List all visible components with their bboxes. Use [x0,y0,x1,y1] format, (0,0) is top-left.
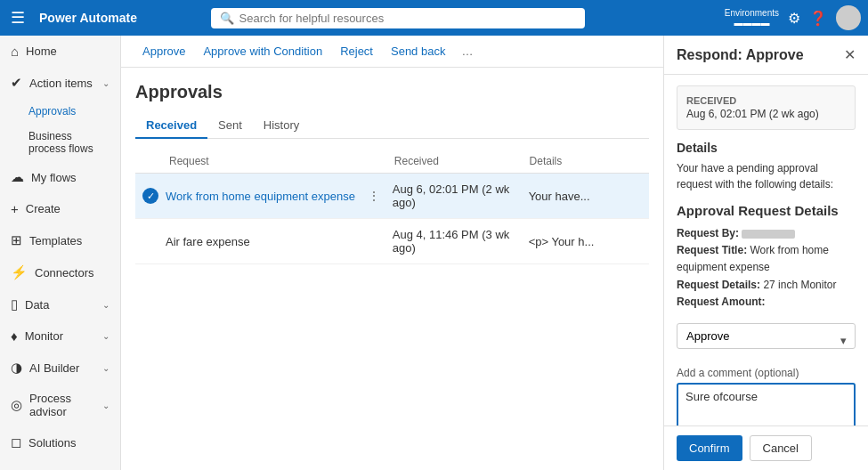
sidebar-item-business-process-flows[interactable]: Business process flows [0,124,120,161]
comment-section: Add a comment (optional) Sure ofcourse [677,367,856,425]
action-items-icon: ✔ [11,75,22,91]
sidebar-label-action-items: Action items [29,77,93,90]
tab-history[interactable]: History [253,113,310,139]
more-options-icon[interactable]: … [456,41,478,61]
request-details-label: Request Details: [677,279,760,291]
sidebar-item-action-items[interactable]: ✔ Action items ⌄ [0,67,120,99]
connectors-icon: ⚡ [11,264,28,280]
sidebar-label-process-advisor: Process advisor [29,392,95,418]
settings-icon[interactable]: ⚙ [788,10,800,27]
table-header: Request Received Details [135,150,649,174]
response-dropdown-wrapper: Approve Reject Approve with Condition [677,323,856,358]
approve-button[interactable]: Approve [135,41,192,61]
user-avatar[interactable] [836,5,861,30]
sidebar-item-my-flows[interactable]: ☁ My flows [0,161,120,193]
approval-request-title: Approval Request Details [677,203,856,218]
chevron-icon: ⌄ [102,78,110,88]
main-layout: ⌂ Home ✔ Action items ⌄ Approvals Busine… [0,36,868,470]
tabs-bar: Received Sent History [135,113,649,139]
row-request-title: Work from home equipment expense ⋮ [166,189,393,203]
search-input[interactable] [239,12,576,25]
top-navigation: ☰ Power Automate 🔍 Environments ▬▬▬▬ ⚙ ❓ [0,0,868,36]
sidebar-item-home[interactable]: ⌂ Home [0,36,120,67]
response-dropdown[interactable]: Approve Reject Approve with Condition [677,323,856,349]
approve-with-condition-button[interactable]: Approve with Condition [196,41,329,61]
page-content: Approvals Received Sent History Request … [121,68,663,470]
request-amount-line: Request Amount: [677,294,856,311]
received-block: Received Aug 6, 02:01 PM (2 wk ago) [677,85,856,130]
row-title: Air fare expense [166,235,250,248]
data-icon: ▯ [11,296,18,312]
sidebar-item-approvals[interactable]: Approvals [0,99,120,124]
confirm-button[interactable]: Confirm [677,435,742,461]
row-request-title: Air fare expense [166,235,393,248]
table-row[interactable]: Air fare expense Aug 4, 11:46 PM (3 wk a… [135,219,649,264]
panel-footer: Confirm Cancel [664,425,868,470]
help-icon[interactable]: ❓ [809,10,827,27]
sidebar-label-my-flows: My flows [31,171,77,184]
row-received: Aug 4, 11:46 PM (3 wk ago) [393,228,529,255]
request-details-value: 27 inch Monitor [763,279,836,291]
sidebar-label-monitor: Monitor [25,329,63,343]
details-section: Details Your have a pending approval req… [677,141,856,192]
sidebar-item-data[interactable]: ▯ Data ⌄ [0,288,120,320]
process-advisor-icon: ◎ [11,397,22,413]
close-icon[interactable]: ✕ [844,46,856,63]
tab-sent[interactable]: Sent [207,113,253,139]
request-amount-label: Request Amount: [677,296,766,308]
sidebar-label-approvals: Approvals [28,105,76,118]
sidebar-label-data: Data [25,298,49,312]
chevron-icon: ⌄ [102,331,110,341]
search-bar: 🔍 [211,8,585,28]
cancel-button[interactable]: Cancel [750,435,812,461]
table-row[interactable]: ✓ Work from home equipment expense ⋮ Aug… [135,174,649,219]
sidebar-item-connectors[interactable]: ⚡ Connectors [0,256,120,288]
column-request: Request [142,155,394,167]
sidebar-item-process-advisor[interactable]: ◎ Process advisor ⌄ [0,384,120,426]
request-by-line: Request By: [677,225,856,242]
column-received: Received [394,155,530,167]
sidebar-item-monitor[interactable]: ♦ Monitor ⌄ [0,320,120,352]
nav-icons: Environments ▬▬▬▬ ⚙ ❓ [725,5,861,30]
respond-panel: Respond: Approve ✕ Received Aug 6, 02:01… [663,36,868,470]
main-content: Approve Approve with Condition Reject Se… [121,36,663,470]
row-title: Work from home equipment expense [166,190,355,203]
row-details: Your have... [529,190,642,203]
learn-icon: ? [11,466,18,470]
received-value: Aug 6, 02:01 PM (2 wk ago) [686,108,846,120]
panel-title: Respond: Approve [677,47,804,63]
sidebar-item-learn[interactable]: ? Learn [0,458,120,470]
my-flows-icon: ☁ [11,169,24,185]
comment-textarea[interactable]: Sure ofcourse [677,383,856,425]
sidebar-label-solutions: Solutions [28,436,76,450]
request-details-line: Request Details: 27 inch Monitor [677,277,856,294]
solutions-icon: ◻ [11,434,21,450]
request-by-value [742,230,795,239]
ai-builder-icon: ◑ [11,360,22,376]
row-options-icon[interactable]: ⋮ [368,189,380,203]
panel-header: Respond: Approve ✕ [664,36,868,75]
request-by-label: Request By: [677,227,739,239]
templates-icon: ⊞ [11,232,22,248]
app-brand: Power Automate [39,11,137,25]
home-icon: ⌂ [11,44,19,59]
environment-label: Environments [725,8,779,18]
send-back-button[interactable]: Send back [384,41,452,61]
chevron-icon: ⌄ [102,300,110,310]
environment-name: ▬▬▬▬ [734,18,769,28]
monitor-icon: ♦ [11,328,18,344]
details-text: Your have a pending approval request wit… [677,160,856,192]
request-title-label: Request Title: [677,244,747,256]
comment-label: Add a comment (optional) [677,367,856,379]
sidebar-label-create: Create [26,202,61,215]
sidebar-label-ai-builder: AI Builder [29,361,79,375]
tab-received[interactable]: Received [135,113,207,139]
sidebar-item-solutions[interactable]: ◻ Solutions [0,426,120,458]
sidebar-item-templates[interactable]: ⊞ Templates [0,224,120,256]
reject-button[interactable]: Reject [333,41,380,61]
environment-selector[interactable]: Environments ▬▬▬▬ [725,8,779,28]
sidebar-item-ai-builder[interactable]: ◑ AI Builder ⌄ [0,352,120,384]
chevron-icon: ⌄ [102,401,110,410]
sidebar-item-create[interactable]: + Create [0,193,120,224]
hamburger-menu[interactable]: ☰ [7,4,28,31]
